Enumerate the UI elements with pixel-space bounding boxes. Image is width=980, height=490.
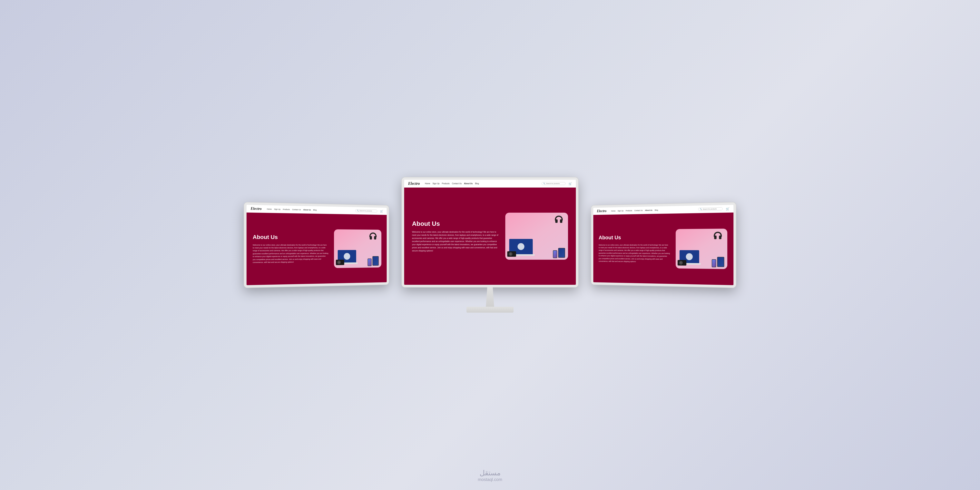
nav-home-right[interactable]: Home [611,210,616,212]
hero-body-left: Welcome to our online store, your ultima… [253,243,328,264]
headphones-arc-right [714,232,722,237]
nav-links-left: Home Sign Up Products Contact Us About U… [267,208,352,212]
watermark: مستقل mostaql.com [478,469,502,482]
camera-lens-right [679,261,682,264]
monitor-left-screen: Electro Home Sign Up Products Contact Us… [244,202,389,288]
nav-about-right[interactable]: About Us [645,209,652,211]
monitor-right-screen: Electro Home Sign Up Products Contact Us… [591,202,736,288]
camera-body-right [678,260,686,266]
watermark-arabic: مستقل [478,469,502,477]
headphones-ear-r-center [560,220,562,223]
nav-about-left[interactable]: About Us [303,209,311,211]
cart-icon-left[interactable]: 🛒 [380,210,383,213]
search-input-center[interactable] [546,183,564,185]
search-icon-right: 🔍 [700,208,702,210]
tablet-illustration-right [717,257,724,267]
camera-lens-center [509,252,512,256]
navbar-center: Electro Home Sign Up Products Contact Us… [404,180,576,188]
hero-right: About Us Welcome to our online store, yo… [593,212,733,285]
headphones-arc-center [555,216,563,221]
nav-signup-center[interactable]: Sign Up [433,183,440,185]
search-icon-center: 🔍 [543,183,545,185]
website-center: Electro Home Sign Up Products Contact Us… [404,180,576,285]
phone-body-left [368,259,371,266]
tablet-body-left [372,256,379,266]
headphones-ear-l-right [714,235,716,239]
headphones-illustration-center [553,216,564,226]
headphones-ear-r-right [719,235,721,239]
monitors-container: Electro Home Sign Up Products Contact Us… [237,177,743,313]
phone-body-right [712,259,716,267]
hero-text-center: About Us Welcome to our online store, yo… [412,220,500,253]
camera-illustration-left [336,260,344,265]
monitor-stand-neck-center [483,287,497,307]
hero-title-center: About Us [412,220,500,228]
nav-products-left[interactable]: Products [283,208,290,210]
hero-center: About Us Welcome to our online store, yo… [404,188,576,285]
hero-image-center [505,213,568,260]
brand-logo-right: Electro [597,209,606,213]
phone-illustration-center [553,250,557,258]
camera-body-center [507,251,516,257]
nav-contact-left[interactable]: Contact Us [292,208,301,211]
brand-logo-center: Electro [408,181,420,186]
search-bar-center[interactable]: 🔍 [541,182,565,185]
monitor-center-screen: Electro Home Sign Up Products Contact Us… [402,177,578,287]
nav-blog-center[interactable]: Blog [475,183,479,185]
nav-links-right: Home Sign Up Products Contact Us About U… [611,208,695,212]
brand-logo-left: Electro [251,207,262,211]
tablet-body-center [558,248,565,258]
headphones-ear-l-left [370,236,372,239]
nav-signup-left[interactable]: Sign Up [274,208,280,210]
nav-about-center[interactable]: About Us [464,183,473,185]
headphones-ear-r-left [374,236,376,240]
phone-illustration-right [712,259,716,267]
hero-body-center: Welcome to our online store, your ultima… [412,231,500,253]
nav-products-center[interactable]: Products [442,183,449,185]
camera-lens-left [337,261,340,264]
search-bar-right[interactable]: 🔍 [698,207,723,211]
watermark-latin: mostaql.com [478,477,502,482]
nav-blog-right[interactable]: Blog [655,209,658,211]
hero-text-left: About Us Welcome to our online store, yo… [253,234,328,264]
tablet-body-right [717,257,724,267]
website-right: Electro Home Sign Up Products Contact Us… [593,205,733,285]
search-input-left[interactable] [360,210,376,212]
headphones-ear-l-center [555,220,558,223]
cart-icon-right[interactable]: 🛒 [726,207,730,210]
camera-illustration-right [678,260,686,266]
phone-illustration-left [368,259,371,266]
headphones-illustration-left [368,232,378,243]
headphones-arc-left [369,232,377,237]
nav-blog-left[interactable]: Blog [313,209,317,211]
nav-products-right[interactable]: Products [626,210,632,212]
nav-contact-center[interactable]: Contact Us [452,183,461,185]
monitor-stand-base-center [466,307,514,313]
monitor-right: Electro Home Sign Up Products Contact Us… [591,202,736,288]
nav-links-center: Home Sign Up Products Contact Us About U… [425,183,538,185]
hero-body-right: Welcome to our online store, your ultima… [598,243,670,263]
hero-text-right: About Us Welcome to our online store, yo… [598,234,670,263]
hero-title-right: About Us [598,234,670,241]
tablet-illustration-left [372,256,379,266]
hero-image-left [334,229,382,268]
monitor-left: Electro Home Sign Up Products Contact Us… [244,202,389,288]
hero-left: About Us Welcome to our online store, yo… [247,212,387,285]
nav-signup-right[interactable]: Sign Up [617,210,624,212]
website-left: Electro Home Sign Up Products Contact Us… [247,205,387,285]
nav-contact-right[interactable]: Contact Us [635,209,643,212]
search-input-right[interactable] [703,208,721,210]
nav-home-center[interactable]: Home [425,183,430,185]
monitor-center: Electro Home Sign Up Products Contact Us… [402,177,578,313]
headphones-illustration-right [712,232,723,243]
camera-illustration-center [507,251,516,257]
cart-icon-center[interactable]: 🛒 [569,182,572,185]
search-icon-left: 🔍 [357,210,359,212]
nav-home-left[interactable]: Home [267,208,272,210]
search-bar-left[interactable]: 🔍 [355,209,377,212]
hero-image-right [676,229,727,269]
hero-title-left: About Us [253,234,328,240]
camera-body-left [336,260,344,265]
phone-body-center [553,250,557,258]
tablet-illustration-center [558,248,565,258]
